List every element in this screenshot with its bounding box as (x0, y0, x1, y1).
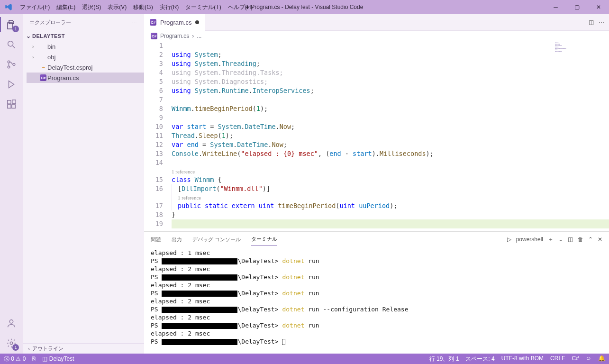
panel-tab-output[interactable]: 出力 (172, 236, 182, 243)
kill-terminal-icon[interactable]: 🗑 (578, 236, 583, 243)
code-line[interactable] (172, 158, 609, 167)
terminal-line: elapsed : 2 msec (151, 313, 602, 321)
chevron-down-icon: ⌄ (25, 33, 32, 39)
editor-tabs: C# Program.cs ◫ ⋯ (144, 14, 609, 31)
tab-program-cs[interactable]: C# Program.cs (144, 14, 205, 31)
new-terminal-icon[interactable]: ＋ (548, 236, 554, 244)
maximize-button[interactable]: ▢ (566, 0, 588, 14)
panel: 問題 出力 デバッグ コンソール ターミナル ▷ powershell ＋ ⌄ … (144, 231, 609, 354)
editor-more-icon[interactable]: ⋯ (599, 19, 604, 26)
code-line[interactable]: var end = System.DateTime.Now; (172, 140, 609, 149)
terminal-line: PS \DelayTest> dotnet run --configuratio… (151, 305, 602, 313)
menu-run[interactable]: 実行(R) (157, 3, 182, 11)
sidebar-more-icon[interactable]: ⋯ (132, 19, 137, 26)
code-line[interactable] (172, 113, 609, 122)
panel-maximize-icon[interactable]: ⌃ (588, 236, 593, 243)
status-eol[interactable]: CRLF (550, 355, 565, 363)
svg-rect-6 (12, 105, 15, 108)
dirty-indicator-icon (195, 20, 199, 24)
status-indent[interactable]: スペース: 4 (465, 355, 494, 363)
status-line-col[interactable]: 行 19、列 1 (429, 355, 459, 363)
minimize-button[interactable]: ─ (545, 0, 566, 14)
code-line[interactable]: [DllImport("Winmm.dll")] (172, 184, 609, 193)
svg-point-2 (8, 66, 10, 68)
status-errors[interactable]: ⓧ 0 ⚠ 0 (4, 355, 26, 363)
terminal-dropdown-icon[interactable]: ⌄ (558, 236, 563, 243)
code-line[interactable]: Thread.Sleep(1); (172, 131, 609, 140)
svg-point-1 (8, 61, 10, 63)
accounts-icon[interactable] (5, 317, 18, 330)
terminal-content[interactable]: elapsed : 1 msecPS \DelayTest> dotnet ru… (144, 247, 609, 354)
split-editor-icon[interactable]: ◫ (589, 19, 594, 26)
svg-point-0 (8, 41, 13, 46)
breadcrumb-sep: › (192, 33, 194, 39)
code-line[interactable] (172, 95, 609, 104)
menu-view[interactable]: 表示(V) (105, 3, 129, 11)
breadcrumb-file: Program.cs (160, 33, 189, 39)
panel-close-icon[interactable]: ✕ (598, 236, 602, 243)
svg-point-3 (13, 64, 15, 66)
status-notifications-icon[interactable]: 🔔 (598, 355, 605, 363)
split-terminal-icon[interactable]: ◫ (568, 236, 573, 243)
code-line[interactable]: using System.Threading.Tasks; (172, 68, 609, 77)
minimap[interactable]: ▬▬▬▬▬▬▬▬▬▬▬▬▬▬▬▬▬▬▬▬▬▬▬▬▬▬▬▬▬▬▬▬▬▬▬▬▬▬▬▬… (555, 42, 602, 71)
csharp-file-icon: C# (151, 33, 157, 39)
file-tree-item[interactable]: C#Program.cs (27, 73, 144, 83)
panel-tab-debug-console[interactable]: デバッグ コンソール (192, 236, 241, 243)
menu-terminal[interactable]: ターミナル(T) (182, 3, 224, 11)
code-line[interactable]: } (172, 210, 609, 219)
breadcrumb[interactable]: C# Program.cs › ... (144, 31, 609, 41)
search-icon[interactable] (5, 38, 18, 51)
tab-label: Program.cs (160, 19, 191, 26)
code-line[interactable]: class Winmm { (172, 175, 609, 184)
code-line[interactable]: public static extern uint timeBeginPerio… (172, 201, 609, 210)
status-feedback-icon[interactable]: ☺ (586, 355, 591, 363)
editor[interactable]: 12345678910111213141516171819 ▬▬▬▬▬▬▬▬▬▬… (144, 41, 609, 231)
panel-tab-problems[interactable]: 問題 (151, 236, 161, 243)
extensions-icon[interactable] (5, 98, 18, 111)
code-line[interactable]: using System.Threading; (172, 59, 609, 68)
menu-file[interactable]: ファイル(F) (17, 3, 53, 11)
panel-tab-terminal[interactable]: ターミナル (251, 236, 277, 246)
terminal-line: elapsed : 2 msec (151, 265, 602, 273)
source-control-icon[interactable] (5, 58, 18, 71)
terminal-line: elapsed : 2 msec (151, 329, 602, 337)
code-line[interactable]: Winmm.timeBeginPeriod(1); (172, 104, 609, 113)
file-tree-item[interactable]: ⌁DelayTest.csproj (27, 62, 144, 73)
csharp-file-icon: C# (150, 19, 156, 26)
status-branch[interactable]: ◫ DelayTest (42, 355, 74, 362)
code-line[interactable]: using System.Runtime.InteropServices; (172, 86, 609, 95)
code-line[interactable]: using System.Diagnostics; (172, 77, 609, 86)
code-line[interactable]: Console.WriteLine("elapsed : {0} msec", … (172, 149, 609, 158)
status-language[interactable]: C# (572, 355, 579, 363)
svg-rect-5 (8, 105, 11, 108)
code-line[interactable] (172, 41, 609, 50)
breadcrumb-rest: ... (197, 33, 201, 39)
settings-icon[interactable]: 1 (5, 337, 18, 350)
terminal-line: elapsed : 2 msec (151, 297, 602, 305)
terminal-line: PS \DelayTest> dotnet run (151, 273, 602, 281)
project-header[interactable]: ⌄ DELAYTEST (23, 31, 144, 41)
file-tree-item[interactable]: ›bin (27, 41, 144, 52)
status-encoding[interactable]: UTF-8 with BOM (501, 355, 544, 363)
code-line[interactable] (172, 219, 609, 228)
explorer-icon[interactable]: 1 (5, 18, 18, 31)
sidebar-title: エクスプローラー (29, 19, 71, 26)
menu-go[interactable]: 移動(G) (130, 3, 155, 11)
close-button[interactable]: ✕ (588, 0, 609, 14)
outline-header[interactable]: › アウトライン (23, 343, 144, 354)
terminal-launch-icon[interactable]: ▷ (507, 236, 511, 243)
code-line[interactable]: 1 reference (172, 167, 609, 175)
menu-selection[interactable]: 選択(S) (79, 3, 104, 11)
terminal-shell-label[interactable]: powershell (516, 236, 543, 243)
status-ports-icon[interactable]: ⎘ (32, 355, 36, 362)
menu-edit[interactable]: 編集(E) (54, 3, 78, 11)
svg-point-9 (10, 342, 13, 345)
code-line[interactable]: using System; (172, 50, 609, 59)
run-debug-icon[interactable] (5, 78, 18, 91)
file-tree-item[interactable]: ›obj (27, 52, 144, 62)
code-line[interactable]: 1 reference (172, 193, 609, 201)
status-bar: ⓧ 0 ⚠ 0 ⎘ ◫ DelayTest 行 19、列 1 スペース: 4 U… (0, 354, 609, 364)
code-line[interactable]: var start = System.DateTime.Now; (172, 122, 609, 131)
svg-rect-7 (12, 100, 16, 103)
